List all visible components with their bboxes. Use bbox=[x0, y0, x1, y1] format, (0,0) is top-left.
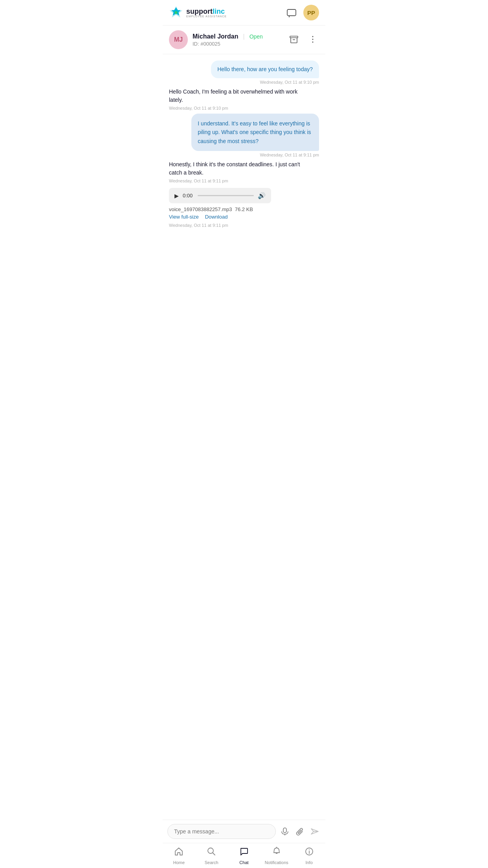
svg-point-17 bbox=[309, 849, 310, 850]
message-input[interactable] bbox=[167, 824, 276, 839]
bottom-navigation: Home Search Chat Notifications bbox=[163, 843, 325, 868]
svg-point-8 bbox=[312, 41, 314, 42]
nav-search[interactable]: Search bbox=[195, 843, 228, 868]
audio-container: ▶ 0:00 🔊 voice_1697083882257.mp3 76.2 KB… bbox=[169, 188, 271, 220]
nav-search-label: Search bbox=[205, 860, 218, 865]
nav-home[interactable]: Home bbox=[163, 843, 195, 868]
info-icon bbox=[305, 847, 314, 859]
svg-rect-5 bbox=[290, 36, 298, 38]
bubble: Honestly, I think it's the constant dead… bbox=[169, 160, 304, 177]
search-icon bbox=[207, 847, 216, 859]
contact-info: MJ Michael Jordan | Open ID: #000025 bbox=[169, 30, 263, 49]
audio-links: View full-size Download bbox=[169, 214, 271, 220]
nav-info-label: Info bbox=[305, 860, 312, 865]
home-icon bbox=[174, 847, 183, 859]
audio-progress-bar[interactable] bbox=[198, 195, 254, 196]
svg-rect-9 bbox=[283, 828, 286, 833]
svg-rect-3 bbox=[287, 9, 296, 16]
view-full-size-link[interactable]: View full-size bbox=[169, 214, 199, 220]
audio-timestamp: Wednesday, Oct 11 at 9:11 pm bbox=[169, 223, 228, 228]
message-coach-1: I understand. It's easy to feel like eve… bbox=[169, 114, 319, 157]
contact-status: Open bbox=[250, 33, 263, 40]
message-outgoing-1: Hello there, how are you feeling today? … bbox=[169, 61, 319, 85]
message-input-area bbox=[163, 820, 325, 843]
microphone-button[interactable] bbox=[279, 826, 291, 837]
contact-details: Michael Jordan | Open ID: #000025 bbox=[193, 33, 263, 47]
logo-name: supportlinc bbox=[186, 8, 227, 15]
messages-icon-button[interactable] bbox=[284, 6, 297, 19]
message-incoming-audio: Honestly, I think it's the constant dead… bbox=[169, 160, 319, 228]
svg-line-13 bbox=[213, 853, 215, 855]
svg-point-7 bbox=[312, 39, 314, 40]
contact-name: Michael Jordan bbox=[193, 33, 238, 40]
timestamp: Wednesday, Oct 11 at 9:10 pm bbox=[260, 80, 319, 85]
more-options-button[interactable] bbox=[306, 33, 319, 47]
bubble: I understand. It's easy to feel like eve… bbox=[191, 114, 319, 151]
text-timestamp: Wednesday, Oct 11 at 9:11 pm bbox=[169, 178, 228, 183]
download-link[interactable]: Download bbox=[205, 214, 228, 220]
chat-icon bbox=[239, 847, 249, 859]
nav-info[interactable]: Info bbox=[293, 843, 325, 868]
send-button[interactable] bbox=[309, 826, 321, 837]
archive-button[interactable] bbox=[288, 33, 300, 47]
audio-size: 76.2 KB bbox=[235, 206, 253, 212]
bubble: Hello Coach, I'm feeling a bit overwhelm… bbox=[169, 88, 304, 104]
contact-actions bbox=[288, 33, 319, 47]
attachment-button[interactable] bbox=[294, 826, 306, 837]
audio-time: 0:00 bbox=[183, 193, 194, 199]
svg-point-2 bbox=[174, 11, 177, 14]
audio-meta: voice_1697083882257.mp3 76.2 KB bbox=[169, 206, 271, 212]
app-header: supportlinc EMPLOYEE ASSISTANCE PP bbox=[163, 0, 325, 26]
timestamp: Wednesday, Oct 11 at 9:10 pm bbox=[169, 106, 228, 110]
logo: supportlinc EMPLOYEE ASSISTANCE bbox=[169, 6, 227, 20]
nav-chat[interactable]: Chat bbox=[228, 843, 261, 868]
logo-icon bbox=[169, 6, 183, 20]
audio-player: ▶ 0:00 🔊 bbox=[169, 188, 271, 203]
contact-id: ID: #000025 bbox=[193, 41, 263, 47]
contact-avatar: MJ bbox=[169, 30, 188, 49]
nav-notifications[interactable]: Notifications bbox=[260, 843, 293, 868]
volume-icon: 🔊 bbox=[258, 192, 266, 199]
timestamp: Wednesday, Oct 11 at 9:11 pm bbox=[260, 153, 319, 157]
audio-filename: voice_1697083882257.mp3 bbox=[169, 206, 232, 212]
nav-notifications-label: Notifications bbox=[265, 860, 288, 865]
svg-point-6 bbox=[312, 36, 314, 37]
header-actions: PP bbox=[284, 5, 319, 20]
bell-icon bbox=[272, 847, 281, 859]
logo-sub: EMPLOYEE ASSISTANCE bbox=[186, 15, 227, 18]
play-button[interactable]: ▶ bbox=[174, 193, 179, 199]
message-incoming-1: Hello Coach, I'm feeling a bit overwhelm… bbox=[169, 88, 319, 110]
nav-home-label: Home bbox=[173, 860, 185, 865]
contact-header: MJ Michael Jordan | Open ID: #000025 bbox=[163, 26, 325, 54]
logo-text: supportlinc EMPLOYEE ASSISTANCE bbox=[186, 8, 227, 18]
user-avatar-button[interactable]: PP bbox=[303, 5, 319, 20]
nav-chat-label: Chat bbox=[239, 860, 248, 865]
bubble: Hello there, how are you feeling today? bbox=[211, 61, 319, 78]
chat-area: Hello there, how are you feeling today? … bbox=[163, 54, 325, 868]
